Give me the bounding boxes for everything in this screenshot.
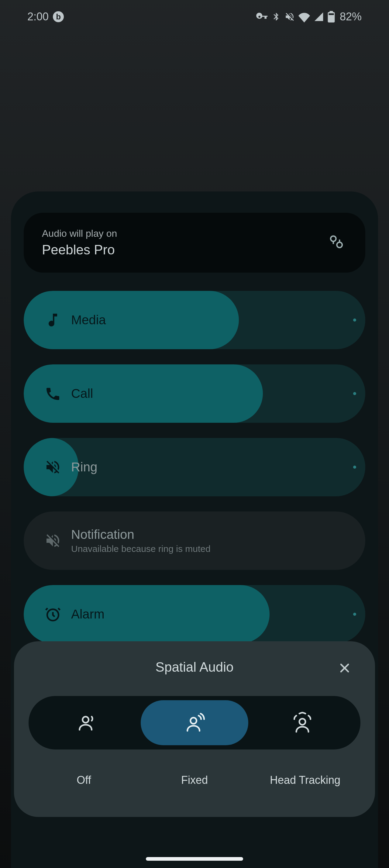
spatial-audio-sheet: Spatial Audio — [14, 641, 375, 817]
spatial-option-fixed[interactable] — [141, 700, 249, 745]
spatial-label-tracking: Head Tracking — [250, 774, 360, 786]
close-button[interactable] — [335, 659, 354, 677]
status-right: 82% — [256, 10, 362, 23]
notification-off-icon — [35, 532, 71, 549]
close-icon — [337, 661, 352, 675]
call-volume-label: Call — [71, 386, 93, 401]
svg-rect-2 — [328, 13, 334, 15]
slider-max-dot — [353, 466, 356, 469]
battery-icon — [328, 11, 335, 23]
spatial-option-off[interactable] — [33, 700, 141, 745]
wifi-icon — [298, 11, 310, 23]
output-device-card[interactable]: Audio will play on Peebles Pro — [24, 213, 365, 273]
notification-volume-sublabel: Unavailable because ring is muted — [71, 544, 210, 554]
notification-volume-label: Notification — [71, 527, 210, 542]
alarm-volume-slider[interactable]: Alarm — [24, 585, 365, 643]
signal-icon — [314, 11, 324, 22]
person-tracking-icon — [290, 711, 315, 735]
music-note-icon — [35, 312, 71, 329]
spatial-label-off: Off — [29, 774, 139, 786]
mute-icon — [285, 11, 295, 22]
alarm-volume-label: Alarm — [71, 607, 104, 622]
status-time: 2:00 — [27, 10, 48, 23]
volume-off-icon — [35, 459, 71, 476]
svg-point-6 — [83, 717, 89, 723]
svg-rect-1 — [329, 11, 333, 13]
media-volume-slider[interactable]: Media — [24, 291, 365, 349]
slider-max-dot — [353, 392, 356, 395]
slider-max-dot — [353, 613, 356, 616]
person-sound-icon — [74, 711, 99, 735]
media-volume-label: Media — [71, 313, 106, 327]
svg-point-7 — [191, 718, 197, 724]
spatial-audio-segmented — [29, 696, 360, 749]
person-fixed-icon — [182, 711, 207, 735]
ring-volume-label: Ring — [71, 460, 97, 474]
output-device-name: Peebles Pro — [42, 242, 117, 257]
svg-point-3 — [331, 236, 336, 241]
bluetooth-icon — [272, 12, 281, 21]
slider-max-dot — [353, 318, 356, 321]
vpn-key-icon — [256, 11, 268, 23]
earbuds-icon — [326, 231, 347, 254]
notification-volume-slider: Notification Unavailable because ring is… — [24, 512, 365, 570]
ring-volume-slider[interactable]: Ring — [24, 438, 365, 496]
svg-point-8 — [299, 719, 305, 725]
alarm-icon — [35, 606, 71, 623]
battery-percentage: 82% — [340, 10, 362, 23]
output-subtitle: Audio will play on — [42, 228, 117, 239]
spatial-option-tracking[interactable] — [248, 700, 356, 745]
spatial-label-fixed: Fixed — [139, 774, 250, 786]
app-indicator-icon: b — [53, 11, 64, 22]
call-volume-slider[interactable]: Call — [24, 364, 365, 423]
phone-icon — [35, 385, 71, 402]
svg-point-4 — [337, 242, 342, 248]
spatial-audio-title: Spatial Audio — [29, 659, 360, 675]
status-bar: 2:00 b 82% — [0, 0, 389, 33]
navigation-handle[interactable] — [146, 857, 243, 861]
